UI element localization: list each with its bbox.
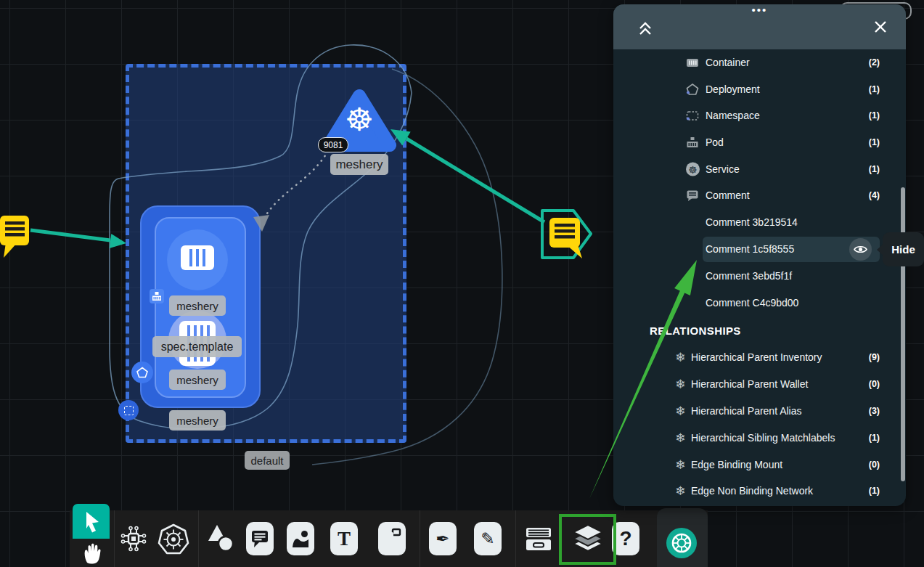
close-panel-icon[interactable]: [874, 20, 887, 33]
shapes-tool-button[interactable]: [205, 522, 236, 555]
component-row[interactable]: ☸ Service (1): [613, 158, 906, 180]
relationship-label: Hierarchical Parent Alias: [691, 405, 802, 417]
text-tool-button[interactable]: T: [330, 522, 358, 555]
image-icon: [291, 529, 310, 549]
comment-node-left[interactable]: [0, 216, 29, 258]
drag-handle-icon[interactable]: •••: [613, 6, 906, 15]
flow-icon: [118, 523, 149, 554]
select-tool-button[interactable]: [73, 504, 110, 539]
relationship-icon: ❄: [674, 404, 687, 417]
flow-tool-button[interactable]: [118, 523, 149, 554]
relationship-icon: ❄: [674, 378, 687, 391]
container-icon: [181, 245, 214, 270]
pen-icon: ✒: [436, 529, 449, 548]
toolbar-divider: [198, 510, 199, 567]
comment-item[interactable]: Comment 1c5f8555: [613, 238, 906, 260]
panel-scrollbar[interactable]: [901, 187, 905, 481]
namespace-badge: [118, 400, 139, 420]
relationship-label: Hierarchical Parent Inventory: [691, 351, 822, 363]
relationship-icon: ❄: [674, 431, 687, 444]
comment-icon: [251, 529, 269, 548]
relationship-icon: ❄: [674, 458, 687, 471]
kubernetes-icon: ☸: [330, 97, 388, 143]
deployment-icon: [686, 83, 699, 96]
component-row[interactable]: Deployment (1): [613, 78, 906, 100]
relationship-row[interactable]: ❄ Hierarchical Sibling Matchlabels (1): [613, 427, 906, 449]
relationship-row[interactable]: ❄ Hierarchical Parent Inventory (9): [613, 346, 906, 368]
component-label: Service: [706, 163, 740, 175]
comment-item[interactable]: Comment C4c9bd00: [613, 292, 906, 314]
container-icon: [686, 56, 699, 69]
comment-item[interactable]: Comment 3b219514: [613, 211, 906, 233]
relationship-row[interactable]: ❄ Hierarchical Parent Wallet (0): [613, 373, 906, 395]
text-tool-glyph: T: [338, 528, 351, 550]
pen-tool-button[interactable]: ✒: [429, 522, 457, 555]
toolbar-divider: [114, 510, 115, 567]
relationship-count: (0): [869, 379, 880, 389]
relationship-icon: ❄: [674, 484, 687, 497]
toolbar-divider: [515, 510, 516, 567]
elements-panel[interactable]: ••• Container (2) Deploy: [613, 4, 906, 506]
component-count: (2): [869, 57, 880, 68]
pan-tool-button[interactable]: [75, 539, 109, 567]
comment-item[interactable]: Comment 3ebd5f1f: [613, 265, 906, 287]
label-icon: [383, 528, 401, 550]
relationship-label: Hierarchical Parent Wallet: [691, 378, 808, 390]
layers-tool-active-box[interactable]: [559, 514, 616, 565]
component-row[interactable]: Namespace (1): [613, 105, 906, 126]
service-label-chip: meshery: [330, 154, 388, 175]
drawer-icon: [523, 523, 554, 554]
label-tool-button[interactable]: [378, 522, 406, 555]
comment-item-label: Comment 3ebd5f1f: [706, 270, 792, 282]
question-icon: ?: [619, 527, 631, 550]
component-row[interactable]: Container (2): [613, 52, 906, 73]
service-icon: ☸: [686, 163, 700, 176]
relationship-row[interactable]: ❄ Edge Non Binding Network (1): [613, 480, 906, 502]
pencil-tool-button[interactable]: ✎: [474, 522, 502, 555]
relationship-row[interactable]: ❄ Edge Binding Mount (0): [613, 454, 906, 476]
pod-badge: [150, 289, 164, 303]
comment-node-right[interactable]: [542, 211, 591, 258]
relationship-row[interactable]: ❄ Hierarchical Parent Alias (3): [613, 400, 906, 422]
relationship-label: Hierarchical Sibling Matchlabels: [691, 432, 835, 444]
component-count: (1): [869, 164, 880, 174]
component-row[interactable]: Pod (1): [613, 131, 906, 153]
pod-label-chip: meshery: [169, 370, 226, 390]
kubernetes-tool-button[interactable]: [158, 523, 189, 556]
component-label: Namespace: [706, 110, 760, 121]
component-label: Container: [706, 57, 750, 68]
relationship-row-clipped[interactable]: ❄: [613, 502, 906, 506]
tooltip-label: Hide: [891, 243, 915, 256]
collapse-panel-icon[interactable]: [637, 20, 653, 37]
meshery-logo-button[interactable]: [666, 528, 697, 558]
component-row[interactable]: Comment (4): [613, 184, 906, 206]
component-count: (4): [869, 190, 880, 200]
relationship-count: (9): [869, 352, 880, 362]
container-label-chip: meshery: [169, 295, 226, 316]
component-count: (1): [869, 137, 880, 147]
meshery-design-canvas[interactable]: ☸ 9081 meshery meshery spec.template mes…: [0, 0, 924, 567]
relationship-label: Edge Non Binding Network: [691, 485, 813, 497]
shapes-icon: [205, 522, 236, 555]
namespace-icon: [686, 109, 699, 122]
tooltip-arrow: [877, 244, 883, 256]
relationship-count: (1): [869, 433, 880, 443]
toolbar-divider: [420, 510, 420, 567]
drawer-tool-button[interactable]: [523, 523, 554, 554]
comment-icon: [686, 189, 699, 202]
hide-tooltip: Hide: [883, 232, 924, 266]
meshery-icon: [671, 532, 692, 554]
namespace-label-chip: default: [245, 451, 290, 470]
relationship-count: (1): [869, 486, 880, 496]
image-tool-button[interactable]: [287, 522, 314, 555]
cursor-icon: [81, 509, 102, 534]
comment-item-label: Comment C4c9bd00: [706, 297, 798, 309]
relationship-label: Edge Binding Mount: [691, 459, 782, 470]
relationship-count: (0): [869, 460, 880, 470]
relationships-section-title: RELATIONSHIPS: [650, 325, 741, 337]
comment-tool-button[interactable]: [246, 522, 274, 555]
deployment-label-chip: meshery: [169, 410, 226, 431]
service-port-label: 9081: [318, 137, 348, 152]
comment-item-label: Comment 3b219514: [706, 216, 798, 228]
relationship-icon: ❄: [674, 351, 687, 364]
